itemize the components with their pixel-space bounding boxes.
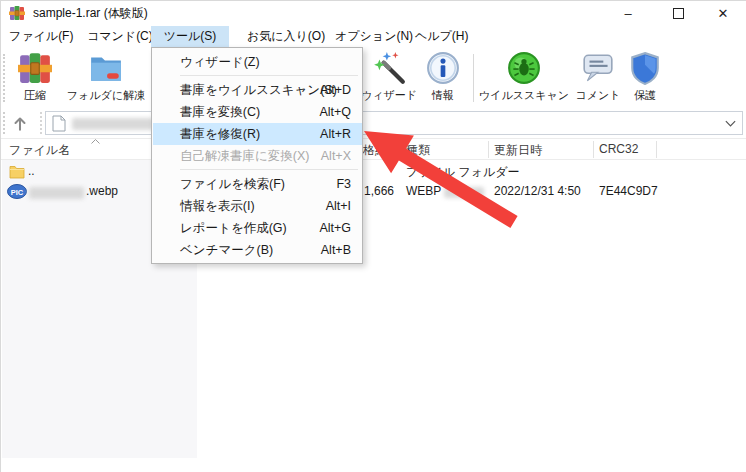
sort-ascending-icon <box>91 139 100 144</box>
comment-icon <box>571 50 625 86</box>
menu-separator <box>180 169 358 170</box>
archive-path-redacted <box>72 118 154 130</box>
table-row-webp-file[interactable]: PIC .webp 1,666 WEBP 2022/12/31 4:50 7E4… <box>1 182 746 202</box>
info-button[interactable]: 情報 <box>419 50 467 103</box>
column-header-modified[interactable]: 更新日時 <box>494 142 542 159</box>
column-separator[interactable] <box>398 141 399 158</box>
svg-text:PIC: PIC <box>11 188 24 197</box>
column-header-filename[interactable]: ファイル名 <box>9 142 70 159</box>
toolbar-button-label: フォルダに解凍 <box>63 88 149 103</box>
winrar-archive-icon <box>7 50 63 86</box>
wizard-wand-icon <box>357 50 421 86</box>
toolbar-button-label: ウィザード <box>357 88 421 103</box>
close-button[interactable]: ✕ <box>706 1 740 25</box>
chevron-down-icon[interactable] <box>724 117 737 130</box>
toolbar-button-label: ウイルススキャン <box>477 88 571 103</box>
archive-path-combobox[interactable]: -1 <box>45 111 743 135</box>
filename-suffix-cell: .webp <box>86 184 118 198</box>
up-arrow-icon[interactable] <box>11 114 29 132</box>
filename-cell: .. <box>28 164 35 178</box>
toolbar-separator <box>473 54 474 102</box>
toolbar-button-label: 情報 <box>419 88 467 103</box>
tools-dropdown-menu: ウィザード(Z) 書庫をウイルススキャン(S) Alt+D 書庫を変換(C) A… <box>151 47 363 264</box>
menu-separator <box>180 75 358 76</box>
combo-gripper <box>40 112 42 134</box>
pic-file-icon: PIC <box>7 184 27 199</box>
titlebar: sample-1.rar (体験版) – ✕ <box>1 1 746 25</box>
column-header-packed-size[interactable]: 格納サイズ <box>363 142 395 159</box>
virus-scan-button[interactable]: ウイルススキャン <box>477 50 571 103</box>
virus-scan-icon <box>477 50 571 86</box>
minimize-button[interactable]: – <box>611 1 645 25</box>
addressbar-gripper <box>3 112 5 134</box>
toolbar-gripper <box>3 54 5 102</box>
menu-commands[interactable]: コマンド(C) <box>79 26 161 47</box>
filename-redacted <box>29 187 84 199</box>
protect-shield-icon <box>621 50 669 86</box>
toolbar: 圧縮 フォルダに解凍 ウィザ <box>1 48 746 108</box>
toolbar-button-label: 保護 <box>621 88 669 103</box>
window-title: sample-1.rar (体験版) <box>33 5 148 22</box>
menu-item-scan-archive[interactable]: 書庫をウイルススキャン(S) Alt+D <box>153 79 362 101</box>
menu-help[interactable]: ヘルプ(H) <box>407 26 477 47</box>
menu-item-benchmark[interactable]: ベンチマーク(B) Alt+B <box>153 239 362 261</box>
type-redacted <box>444 187 484 198</box>
menu-item-show-info[interactable]: 情報を表示(I) Alt+I <box>153 195 362 217</box>
type-cell: ファイル フォルダー <box>406 164 520 181</box>
document-icon <box>52 115 66 132</box>
maximize-button[interactable] <box>661 1 695 25</box>
menu-item-wizard[interactable]: ウィザード(Z) <box>153 51 362 73</box>
menu-item-generate-report[interactable]: レポートを作成(G) Alt+G <box>153 217 362 239</box>
protect-button[interactable]: 保護 <box>621 50 669 103</box>
comment-button[interactable]: コメント <box>571 50 625 103</box>
type-cell: WEBP <box>406 184 441 198</box>
toolbar-button-label: コメント <box>571 88 625 103</box>
column-separator[interactable] <box>488 141 489 158</box>
table-row-parent-folder[interactable]: .. ファイル フォルダー <box>1 162 746 182</box>
folder-icon <box>9 164 25 179</box>
maximize-icon <box>673 8 684 19</box>
menu-favorites[interactable]: お気に入り(O) <box>239 26 333 47</box>
crc32-cell: 7E44C9D7 <box>599 184 658 198</box>
column-separator[interactable] <box>656 141 657 158</box>
modified-cell: 2022/12/31 4:50 <box>494 184 581 198</box>
column-separator[interactable] <box>593 141 594 158</box>
menu-item-repair-archive[interactable]: 書庫を修復(R) Alt+R <box>153 123 362 145</box>
menu-item-find-files[interactable]: ファイルを検索(F) F3 <box>153 173 362 195</box>
winrar-books-icon <box>9 5 25 21</box>
info-icon <box>419 50 467 86</box>
toolbar-button-label: 圧縮 <box>7 88 63 103</box>
menubar: ファイル(F) コマンド(C) ツール(S) お気に入り(O) オプション(N)… <box>1 26 746 47</box>
extract-folder-icon <box>63 50 149 86</box>
column-header-crc32[interactable]: CRC32 <box>599 142 638 156</box>
filelist-header: ファイル名 格納サイズ 種類 更新日時 CRC32 <box>1 138 746 160</box>
wizard-button[interactable]: ウィザード <box>357 50 421 103</box>
addressbar: -1 <box>1 109 746 137</box>
winrar-window: sample-1.rar (体験版) – ✕ ファイル(F) コマンド(C) ツ… <box>0 0 746 472</box>
menu-file[interactable]: ファイル(F) <box>1 26 81 47</box>
column-header-type[interactable]: 種類 <box>406 142 430 159</box>
add-archive-button[interactable]: 圧縮 <box>7 50 63 103</box>
menu-item-convert-archive[interactable]: 書庫を変換(C) Alt+Q <box>153 101 362 123</box>
menu-tools[interactable]: ツール(S) <box>151 26 229 47</box>
extract-to-folder-button[interactable]: フォルダに解凍 <box>63 50 149 103</box>
menu-item-convert-to-sfx[interactable]: 自己解凍書庫に変換(X) Alt+X <box>153 145 362 167</box>
